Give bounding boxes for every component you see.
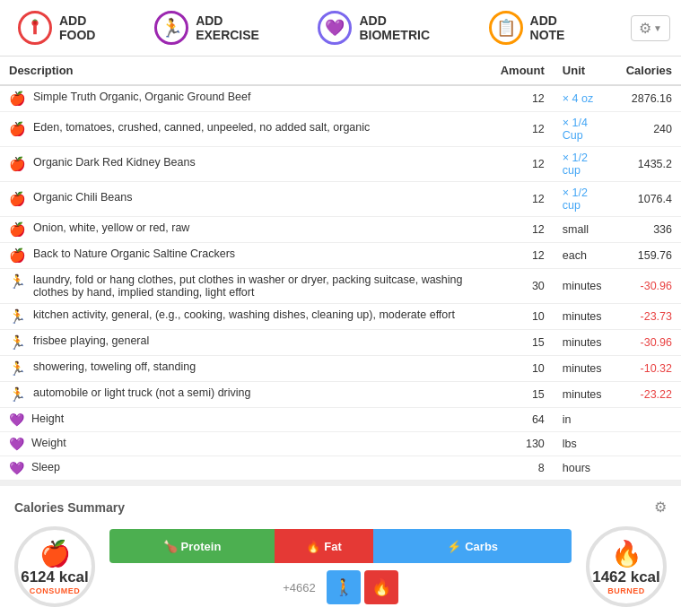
add-food-button[interactable]: ADD FOOD xyxy=(11,7,133,48)
food-row-icon: 🍎 xyxy=(9,156,26,172)
macro-section: 🍗 Protein 🔥 Fat ⚡ Carbs +4662 🚶 🔥 xyxy=(109,529,572,604)
flame-icon-button[interactable]: 🔥 xyxy=(364,570,398,604)
table-row: 🏃 frisbee playing, general 15 minutes -3… xyxy=(0,330,681,356)
table-row: 💜 Weight 130 lbs xyxy=(0,432,681,456)
desc-cell: 🏃 automobile or light truck (not a semi)… xyxy=(0,382,492,408)
table-row: 🏃 automobile or light truck (not a semi)… xyxy=(0,382,681,408)
amount-cell: 8 xyxy=(492,456,554,481)
fat-icon: 🔥 xyxy=(306,540,320,553)
desc-text: Weight xyxy=(31,437,483,449)
add-biometric-button[interactable]: 💜 ADD BIOMETRIC xyxy=(310,7,467,48)
desc-cell: 🍎 Organic Dark Red Kidney Beans xyxy=(0,147,492,182)
add-exercise-button[interactable]: 🏃 ADD EXERCISE xyxy=(147,7,296,48)
exercise-row-icon: 🏃 xyxy=(9,334,26,351)
settings-button[interactable]: ⚙ ▼ xyxy=(631,15,670,41)
desc-text: laundry, fold or hang clothes, put cloth… xyxy=(33,273,483,299)
unit-cell: in xyxy=(554,408,617,432)
food-row-icon: 🍎 xyxy=(9,191,26,207)
protein-label: Protein xyxy=(181,540,222,553)
calories-cell: 336 xyxy=(617,217,681,243)
consumed-label: CONSUMED xyxy=(30,586,81,595)
table-row: 🍎 Organic Chili Beans 12 × 1/2 cup 1076.… xyxy=(0,182,681,217)
desc-text: Eden, tomatoes, crushed, canned, unpeele… xyxy=(33,121,483,134)
calories-cell: 1076.4 xyxy=(617,182,681,217)
unit-cell: × 1/4 Cup xyxy=(554,112,617,147)
calories-cell xyxy=(617,408,681,432)
exercise-row-icon: 🏃 xyxy=(9,386,26,403)
add-note-icon: 📋 xyxy=(489,11,523,45)
burned-flame-icon: 🔥 xyxy=(611,539,642,568)
unit-cell: minutes xyxy=(554,269,617,304)
amount-cell: 10 xyxy=(492,304,554,330)
desc-cell: 🏃 frisbee playing, general xyxy=(0,330,492,356)
table-row: 🍎 Eden, tomatoes, crushed, canned, unpee… xyxy=(0,112,681,147)
calories-cell: -23.73 xyxy=(617,304,681,330)
fat-bar[interactable]: 🔥 Fat xyxy=(275,529,373,563)
burned-kcal: 1462 kcal xyxy=(592,568,660,586)
add-note-label: ADD NOTE xyxy=(530,13,596,42)
add-note-button[interactable]: 📋 ADD NOTE xyxy=(482,7,603,48)
amount-cell: 12 xyxy=(492,85,554,112)
calories-summary: Calories Summary ⚙ 🍎 6124 kcal CONSUMED … xyxy=(0,481,681,616)
desc-cell: 💜 Sleep xyxy=(0,456,492,481)
desc-cell: 🍎 Organic Chili Beans xyxy=(0,182,492,217)
macro-bottom: +4662 🚶 🔥 xyxy=(109,570,572,604)
amount-cell: 15 xyxy=(492,382,554,408)
desc-cell: 🍎 Onion, white, yellow or red, raw xyxy=(0,217,492,243)
calories-cell: -30.96 xyxy=(617,269,681,304)
desc-text: Organic Dark Red Kidney Beans xyxy=(33,156,483,169)
summary-gear-icon[interactable]: ⚙ xyxy=(654,499,667,516)
amount-cell: 130 xyxy=(492,432,554,456)
food-row-icon: 🍎 xyxy=(9,221,26,238)
desc-text: Height xyxy=(31,412,483,425)
calories-cell: -10.32 xyxy=(617,356,681,382)
col-calories: Calories xyxy=(617,56,681,85)
carbs-bar[interactable]: ⚡ Carbs xyxy=(373,529,572,563)
desc-text: kitchen activity, general, (e.g., cookin… xyxy=(33,308,483,321)
biometric-row-icon: 💜 xyxy=(9,412,24,427)
unit-cell: hours xyxy=(554,456,617,481)
unit-cell: × 1/2 cup xyxy=(554,147,617,182)
desc-cell: 🍎 Eden, tomatoes, crushed, canned, unpee… xyxy=(0,112,492,147)
macro-icons: 🚶 🔥 xyxy=(327,570,398,604)
burned-circle: 🔥 1462 kcal BURNED xyxy=(586,526,667,607)
amount-cell: 12 xyxy=(492,147,554,182)
food-row-icon: 🍎 xyxy=(9,121,26,137)
person-icon-button[interactable]: 🚶 xyxy=(327,570,361,604)
main-content: Description Amount Unit Calories 🍎 Simpl… xyxy=(0,56,681,481)
dropdown-arrow-icon: ▼ xyxy=(653,23,662,33)
carbs-label: Carbs xyxy=(465,540,498,553)
consumed-kcal: 6124 kcal xyxy=(21,568,89,586)
protein-icon: 🍗 xyxy=(163,540,178,553)
table-row: 🍎 Simple Truth Organic, Organic Ground B… xyxy=(0,85,681,112)
macro-bars: 🍗 Protein 🔥 Fat ⚡ Carbs xyxy=(109,529,572,563)
unit-cell: small xyxy=(554,217,617,243)
add-food-icon xyxy=(18,11,52,45)
toolbar: ADD FOOD 🏃 ADD EXERCISE 💜 ADD BIOMETRIC … xyxy=(0,0,681,56)
add-exercise-icon: 🏃 xyxy=(154,11,188,45)
add-biometric-icon: 💜 xyxy=(318,11,352,45)
desc-cell: 💜 Weight xyxy=(0,432,492,456)
summary-title: Calories Summary xyxy=(14,500,125,515)
desc-cell: 🏃 kitchen activity, general, (e.g., cook… xyxy=(0,304,492,330)
consumed-circle: 🍎 6124 kcal CONSUMED xyxy=(14,526,95,607)
calories-cell xyxy=(617,432,681,456)
calories-cell: 2876.16 xyxy=(617,85,681,112)
unit-cell: minutes xyxy=(554,330,617,356)
calories-cell: 1435.2 xyxy=(617,147,681,182)
desc-text: Onion, white, yellow or red, raw xyxy=(33,221,483,234)
summary-header: Calories Summary ⚙ xyxy=(14,499,667,516)
table-row: 🍎 Back to Nature Organic Saltine Cracker… xyxy=(0,243,681,269)
amount-cell: 12 xyxy=(492,217,554,243)
calories-cell: 159.76 xyxy=(617,243,681,269)
add-food-label: ADD FOOD xyxy=(59,13,126,42)
unit-cell: each xyxy=(554,243,617,269)
protein-bar[interactable]: 🍗 Protein xyxy=(109,529,275,563)
calories-cell: -30.96 xyxy=(617,330,681,356)
desc-text: Sleep xyxy=(31,461,483,473)
amount-cell: 30 xyxy=(492,269,554,304)
col-amount: Amount xyxy=(492,56,554,85)
desc-text: automobile or light truck (not a semi) d… xyxy=(33,386,483,399)
unit-cell: × 4 oz xyxy=(554,85,617,112)
col-description: Description xyxy=(0,56,492,85)
